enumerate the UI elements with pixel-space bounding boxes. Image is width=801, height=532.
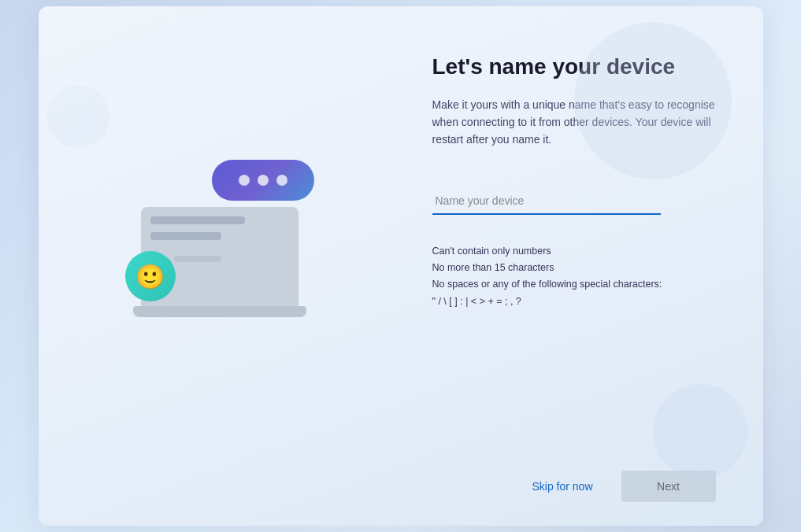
input-group: [432, 188, 716, 215]
laptop-line-3: [174, 256, 221, 262]
page-title: Let's name your device: [432, 54, 716, 80]
skip-for-now-button[interactable]: Skip for now: [519, 472, 605, 501]
hint-line-3: No spaces or any of the following specia…: [432, 276, 716, 293]
laptop-line-1: [150, 216, 245, 224]
device-name-input[interactable]: [432, 188, 661, 215]
dialog-body: 🙂 Let's name your device Make it yours w…: [39, 6, 763, 455]
pill-dot-3: [276, 175, 287, 186]
content-area: Let's name your device Make it yours wit…: [401, 6, 763, 455]
laptop-keyboard: [133, 306, 306, 317]
laptop-line-2: [150, 232, 221, 240]
dialog-card: 🙂 Let's name your device Make it yours w…: [39, 6, 763, 526]
dialog-footer: Skip for now Next: [39, 455, 763, 526]
pill-bubble: [212, 160, 314, 201]
pill-dot-2: [258, 175, 269, 186]
next-button[interactable]: Next: [621, 471, 716, 502]
page-description: Make it yours with a unique name that's …: [432, 96, 716, 149]
hint-line-4: " / \ [ ] : | < > + = ; , ?: [432, 294, 716, 310]
illustration-wrapper: 🙂: [117, 136, 322, 325]
illustration-area: 🙂: [39, 6, 401, 455]
validation-hints: Can't contain only numbers No more than …: [432, 243, 716, 310]
smiley-icon: 🙂: [135, 263, 165, 290]
hint-line-1: Can't contain only numbers: [432, 243, 716, 260]
smiley-avatar: 🙂: [125, 251, 176, 301]
pill-dot-1: [239, 175, 250, 186]
hint-line-2: No more than 15 characters: [432, 260, 716, 276]
